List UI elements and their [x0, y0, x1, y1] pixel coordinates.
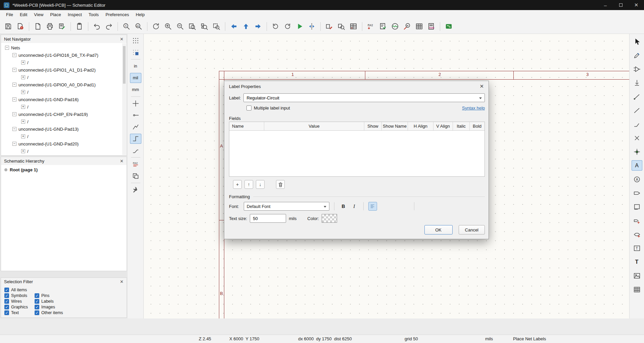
annotate-icon[interactable]: R42	[365, 21, 376, 32]
tree-item-net-sheet[interactable]: +/	[1, 103, 127, 111]
menu-inspect[interactable]: Inspect	[64, 11, 85, 18]
filter-images[interactable]: ✓Images	[35, 305, 123, 309]
expand-icon[interactable]: +	[21, 75, 25, 79]
net-table-icon[interactable]	[414, 21, 425, 32]
close-icon[interactable]: ✕	[120, 37, 124, 41]
hierarchical-label-tool-icon[interactable]	[632, 188, 642, 198]
grid-override-icon[interactable]	[130, 47, 141, 57]
filter-text[interactable]: ✓Text	[4, 310, 35, 315]
label-combobox[interactable]	[243, 93, 485, 102]
sheet-settings-icon[interactable]	[15, 21, 26, 32]
menu-preferences[interactable]: Preferences	[102, 11, 132, 18]
collapse-icon[interactable]: −	[12, 127, 16, 131]
filter-symbols[interactable]: ✓Symbols	[4, 293, 35, 298]
tree-item-net[interactable]: −unconnected-(U1-GPIO0_A0_D0-Pad1)	[1, 81, 127, 88]
bus-entry-tool-icon[interactable]	[632, 119, 642, 129]
zoom-objects-icon[interactable]	[199, 21, 210, 32]
label-input[interactable]	[244, 94, 485, 102]
units-mm-button[interactable]: mm	[130, 85, 141, 95]
place-power-tool-icon[interactable]	[632, 78, 642, 88]
new-sheet-icon[interactable]	[32, 21, 43, 32]
directive-label-tool-icon[interactable]: A	[632, 174, 642, 184]
filter-wires[interactable]: ✓Wires	[4, 299, 35, 304]
maximize-icon[interactable]	[613, 0, 629, 10]
close-icon[interactable]: ✕	[629, 0, 644, 10]
expand-icon[interactable]: +	[21, 149, 25, 153]
global-label-tool-icon[interactable]	[632, 229, 642, 240]
crosshair-cursor-icon[interactable]	[130, 98, 141, 109]
show-values-icon[interactable]: R42	[130, 159, 141, 169]
highlight-net-icon[interactable]	[632, 50, 642, 60]
mirror-icon[interactable]	[306, 21, 317, 32]
collapse-icon[interactable]: −	[12, 53, 16, 57]
draw-wire-tool-icon[interactable]	[632, 91, 642, 102]
tree-item-net[interactable]: −unconnected-(U1-GND-Pad20)	[1, 140, 127, 147]
nav-forward-icon[interactable]	[252, 21, 264, 32]
collapse-icon[interactable]: −	[12, 83, 16, 87]
junction-tool-icon[interactable]	[632, 146, 642, 157]
collapse-icon[interactable]: −	[5, 46, 9, 50]
halign-center-button[interactable]	[379, 202, 388, 211]
units-inches-button[interactable]: in	[130, 61, 141, 71]
nav-back-icon[interactable]	[228, 21, 239, 32]
paste-icon[interactable]	[74, 21, 85, 32]
no-connect-tool-icon[interactable]	[632, 133, 642, 143]
collapse-icon[interactable]: −	[12, 97, 16, 101]
filter-other-items[interactable]: ✓Other items	[35, 310, 123, 315]
table-tool-icon[interactable]	[632, 284, 642, 295]
draw-bus-tool-icon[interactable]	[632, 105, 642, 116]
menu-help[interactable]: Help	[132, 11, 148, 18]
cancel-button[interactable]: Cancel	[459, 225, 485, 234]
print-icon[interactable]	[44, 21, 55, 32]
grid-visibility-icon[interactable]	[130, 36, 141, 46]
close-icon[interactable]: ✕	[479, 83, 484, 89]
zoom-fit-icon[interactable]	[187, 21, 198, 32]
syntax-help-link[interactable]: Syntax help	[462, 105, 485, 111]
any-angle-wire-mode-icon[interactable]	[130, 145, 141, 156]
tree-item-net-sheet[interactable]: +/	[1, 133, 127, 140]
filter-pins[interactable]: ✓Pins	[35, 293, 123, 298]
collapse-icon[interactable]: −	[12, 142, 16, 146]
expand-icon[interactable]: +	[21, 60, 25, 65]
find-icon[interactable]: A	[121, 21, 132, 32]
expand-icon[interactable]: +	[21, 105, 25, 109]
symbol-fields-table-icon[interactable]	[348, 21, 359, 32]
minimize-icon[interactable]: –	[598, 0, 613, 10]
refresh-view-icon[interactable]	[150, 21, 162, 32]
simulator-icon[interactable]	[389, 21, 401, 32]
text-box-tool-icon[interactable]: T	[632, 243, 642, 253]
text-size-input[interactable]	[250, 214, 286, 223]
delete-field-button[interactable]	[276, 180, 285, 189]
move-field-down-button[interactable]: ↓	[256, 180, 265, 189]
expand-icon[interactable]: +	[21, 134, 25, 138]
net-label-tool-icon[interactable]: A	[632, 160, 642, 171]
menu-view[interactable]: View	[31, 11, 47, 18]
tree-item-net[interactable]: −unconnected-(U1-GPIO1_A1_D1-Pad2)	[1, 66, 127, 74]
collapse-icon[interactable]: −	[12, 68, 16, 72]
tree-item-net[interactable]: −unconnected-(U1-GND-Pad16)	[1, 96, 127, 103]
erc-icon[interactable]	[377, 21, 388, 32]
hierarchical-sheet-tool-icon[interactable]	[632, 202, 642, 212]
hidden-pins-icon[interactable]	[130, 110, 141, 120]
save-icon[interactable]	[3, 21, 14, 32]
probe-icon[interactable]	[402, 21, 413, 32]
close-icon[interactable]: ✕	[120, 280, 124, 284]
bold-button[interactable]: B	[339, 202, 348, 211]
tree-item-net[interactable]: −unconnected-(U1-GPIO16_D6_TX-Pad7)	[1, 51, 127, 59]
ok-button[interactable]: OK	[424, 225, 453, 234]
menu-edit[interactable]: Edit	[16, 11, 31, 18]
menu-file[interactable]: File	[3, 11, 16, 18]
rotate-ccw-icon[interactable]	[270, 21, 281, 32]
expand-icon[interactable]: +	[21, 90, 25, 94]
menu-tools[interactable]: Tools	[85, 11, 102, 18]
preferences-wrench-icon[interactable]	[130, 185, 141, 195]
selection-tool-icon[interactable]	[632, 36, 642, 47]
sheet-pin-tool-icon[interactable]	[632, 215, 642, 226]
chevron-down-icon[interactable]	[479, 97, 482, 99]
tree-item-net-sheet[interactable]: +/	[1, 118, 127, 125]
filter-labels[interactable]: ✓Labels	[35, 299, 123, 304]
image-tool-icon[interactable]	[632, 270, 642, 281]
open-pcb-icon[interactable]	[443, 21, 454, 32]
color-swatch-button[interactable]	[322, 214, 337, 223]
multiple-label-checkbox[interactable]	[246, 105, 251, 111]
